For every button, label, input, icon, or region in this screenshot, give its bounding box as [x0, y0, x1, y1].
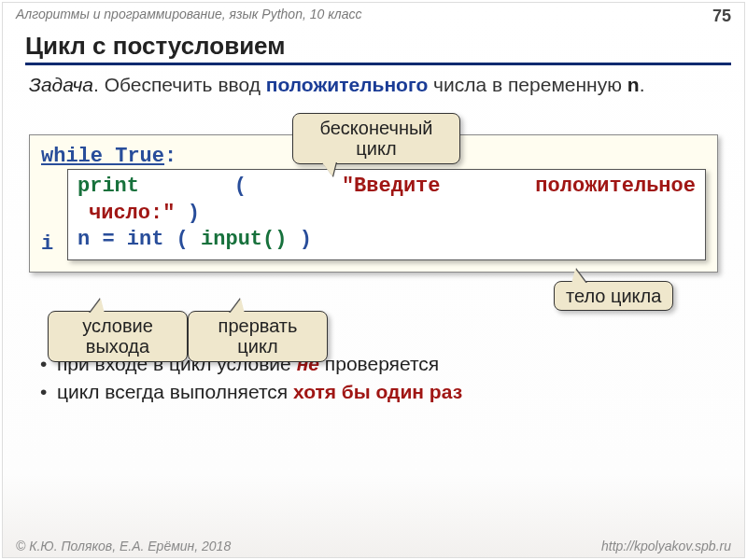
- callout-break-text: прервать цикл: [218, 315, 298, 357]
- keyword-print: print: [78, 174, 139, 201]
- task-mid: числа в переменную: [428, 74, 627, 95]
- callout-infinite-loop: бесконечный цикл: [292, 113, 460, 164]
- task-var: n: [627, 74, 640, 95]
- task-label: Задача: [29, 74, 93, 95]
- task-suffix: .: [640, 74, 645, 95]
- inner-line-2: число:" ): [78, 201, 696, 228]
- note2-pre: цикл всегда выполняется: [57, 381, 293, 402]
- callout-loop-body: тело цикла: [554, 281, 673, 311]
- string-part-a: "Введите: [342, 174, 441, 201]
- string-part-b: положительное: [535, 174, 696, 201]
- keyword-while-true: while True: [41, 145, 164, 168]
- note1-post: проверяется: [319, 353, 439, 374]
- code-colon: :: [164, 145, 176, 168]
- task-hl-positive: положительного: [266, 74, 428, 95]
- inner-line-3: n = int ( input() ): [78, 227, 696, 254]
- paren-close-1: ): [188, 202, 200, 225]
- note2-em: хотя бы один раз: [293, 381, 462, 402]
- copyright-text: © К.Ю. Поляков, Е.А. Ерёмин, 2018: [16, 539, 231, 553]
- header-bar: Алгоритмы и программирование, язык Pytho…: [3, 3, 744, 26]
- code-block-inner: print ( "Введите положительное число:" )…: [67, 169, 706, 260]
- task-prefix: . Обеспечить ввод: [93, 74, 266, 95]
- keyword-if-fragment: i: [41, 232, 53, 256]
- callout-break: прервать цикл: [188, 311, 328, 362]
- task-paragraph: Задача. Обеспечить ввод положительного ч…: [29, 73, 731, 97]
- paren-open: (: [234, 174, 247, 201]
- paren-close-2: ): [300, 228, 312, 251]
- slide-page: Алгоритмы и программирование, язык Pytho…: [2, 2, 745, 558]
- callout-infinite-text: бесконечный цикл: [320, 118, 433, 159]
- page-number: 75: [712, 7, 731, 26]
- footer-url: http://kpolyakov.spb.ru: [601, 539, 731, 553]
- footer: © К.Ю. Поляков, Е.А. Ерёмин, 2018 http:/…: [16, 539, 731, 553]
- keyword-input: input(): [201, 228, 287, 251]
- code-n-int: n = int (: [78, 228, 189, 251]
- callout-exit-condition: условие выхода: [48, 311, 188, 362]
- breadcrumb: Алгоритмы и программирование, язык Pytho…: [16, 7, 361, 26]
- page-title: Цикл с постусловием: [25, 32, 731, 65]
- callout-body-text: тело цикла: [566, 286, 661, 306]
- inner-line-1: print ( "Введите положительное: [78, 174, 696, 201]
- string-part-c: число:": [89, 202, 175, 225]
- callout-exit-text: условие выхода: [82, 315, 153, 357]
- note-item-2: цикл всегда выполняется хотя бы один раз: [40, 381, 731, 403]
